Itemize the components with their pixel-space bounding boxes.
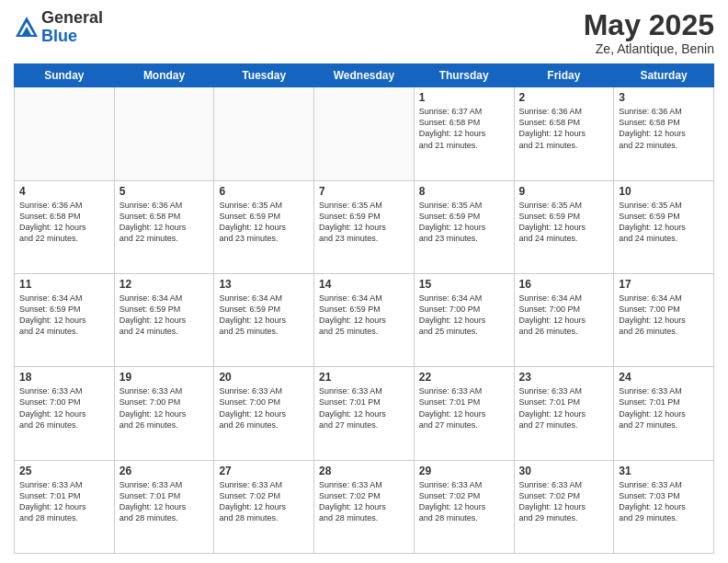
calendar-cell: 22Sunrise: 6:33 AM Sunset: 7:01 PM Dayli… xyxy=(414,367,514,460)
calendar-cell: 1Sunrise: 6:37 AM Sunset: 6:58 PM Daylig… xyxy=(414,87,514,180)
logo: General Blue xyxy=(14,9,103,46)
day-number: 29 xyxy=(419,465,509,477)
calendar-cell xyxy=(314,87,415,180)
day-info: Sunrise: 6:35 AM Sunset: 6:59 PM Dayligh… xyxy=(219,200,309,245)
day-of-week-header: Sunday xyxy=(15,64,115,87)
day-info: Sunrise: 6:35 AM Sunset: 6:59 PM Dayligh… xyxy=(519,200,609,245)
day-info: Sunrise: 6:33 AM Sunset: 7:01 PM Dayligh… xyxy=(319,385,409,431)
calendar-week-row: 25Sunrise: 6:33 AM Sunset: 7:01 PM Dayli… xyxy=(15,460,714,553)
day-number: 13 xyxy=(219,278,309,291)
day-number: 6 xyxy=(219,185,309,198)
day-info: Sunrise: 6:35 AM Sunset: 6:59 PM Dayligh… xyxy=(419,200,509,245)
day-info: Sunrise: 6:33 AM Sunset: 7:01 PM Dayligh… xyxy=(419,385,509,431)
calendar-cell: 16Sunrise: 6:34 AM Sunset: 7:00 PM Dayli… xyxy=(514,273,614,366)
day-of-week-header: Tuesday xyxy=(214,64,314,87)
calendar-cell: 3Sunrise: 6:36 AM Sunset: 6:58 PM Daylig… xyxy=(614,87,714,180)
day-info: Sunrise: 6:33 AM Sunset: 7:00 PM Dayligh… xyxy=(119,385,210,431)
calendar-cell: 25Sunrise: 6:33 AM Sunset: 7:01 PM Dayli… xyxy=(15,460,115,553)
calendar-cell: 2Sunrise: 6:36 AM Sunset: 6:58 PM Daylig… xyxy=(514,87,614,180)
calendar-header: SundayMondayTuesdayWednesdayThursdayFrid… xyxy=(15,64,714,87)
day-number: 5 xyxy=(119,185,210,198)
day-info: Sunrise: 6:37 AM Sunset: 6:58 PM Dayligh… xyxy=(419,106,509,151)
day-info: Sunrise: 6:33 AM Sunset: 7:02 PM Dayligh… xyxy=(219,479,309,524)
day-number: 17 xyxy=(619,278,709,291)
calendar-cell: 21Sunrise: 6:33 AM Sunset: 7:01 PM Dayli… xyxy=(314,367,415,460)
day-info: Sunrise: 6:34 AM Sunset: 6:59 PM Dayligh… xyxy=(319,293,409,338)
logo-icon xyxy=(14,15,40,40)
calendar-cell: 9Sunrise: 6:35 AM Sunset: 6:59 PM Daylig… xyxy=(514,180,614,273)
calendar-cell xyxy=(114,87,214,180)
day-info: Sunrise: 6:36 AM Sunset: 6:58 PM Dayligh… xyxy=(619,106,709,151)
day-info: Sunrise: 6:34 AM Sunset: 7:00 PM Dayligh… xyxy=(519,293,609,338)
day-number: 26 xyxy=(119,465,210,477)
day-of-week-header: Friday xyxy=(514,64,614,87)
calendar-cell: 27Sunrise: 6:33 AM Sunset: 7:02 PM Dayli… xyxy=(214,460,314,553)
day-number: 27 xyxy=(219,465,309,477)
day-info: Sunrise: 6:36 AM Sunset: 6:58 PM Dayligh… xyxy=(519,106,609,151)
day-number: 15 xyxy=(419,278,509,291)
day-of-week-header: Monday xyxy=(114,64,214,87)
title-block: May 2025 Ze, Atlantique, Benin xyxy=(584,9,714,56)
day-number: 25 xyxy=(19,465,109,477)
calendar-week-row: 1Sunrise: 6:37 AM Sunset: 6:58 PM Daylig… xyxy=(15,87,714,180)
day-info: Sunrise: 6:36 AM Sunset: 6:58 PM Dayligh… xyxy=(119,200,210,245)
calendar-cell: 26Sunrise: 6:33 AM Sunset: 7:01 PM Dayli… xyxy=(114,460,214,553)
day-info: Sunrise: 6:34 AM Sunset: 7:00 PM Dayligh… xyxy=(619,293,709,338)
calendar-cell: 12Sunrise: 6:34 AM Sunset: 6:59 PM Dayli… xyxy=(114,273,214,366)
day-number: 8 xyxy=(419,185,509,198)
header-row: SundayMondayTuesdayWednesdayThursdayFrid… xyxy=(15,64,714,87)
calendar-cell: 10Sunrise: 6:35 AM Sunset: 6:59 PM Dayli… xyxy=(614,180,714,273)
calendar-cell: 19Sunrise: 6:33 AM Sunset: 7:00 PM Dayli… xyxy=(114,367,214,460)
day-number: 3 xyxy=(619,91,709,104)
day-number: 4 xyxy=(19,185,109,198)
calendar-cell: 23Sunrise: 6:33 AM Sunset: 7:01 PM Dayli… xyxy=(514,367,614,460)
day-info: Sunrise: 6:33 AM Sunset: 7:01 PM Dayligh… xyxy=(519,385,609,431)
day-number: 20 xyxy=(219,371,309,384)
calendar-cell: 18Sunrise: 6:33 AM Sunset: 7:00 PM Dayli… xyxy=(15,367,115,460)
day-number: 18 xyxy=(19,371,109,384)
day-number: 10 xyxy=(619,185,709,198)
calendar-cell: 30Sunrise: 6:33 AM Sunset: 7:02 PM Dayli… xyxy=(514,460,614,553)
day-number: 1 xyxy=(419,91,509,104)
day-number: 28 xyxy=(319,465,409,477)
calendar-cell: 11Sunrise: 6:34 AM Sunset: 6:59 PM Dayli… xyxy=(15,273,115,366)
calendar-cell: 28Sunrise: 6:33 AM Sunset: 7:02 PM Dayli… xyxy=(314,460,415,553)
day-number: 31 xyxy=(619,465,709,477)
day-number: 7 xyxy=(319,185,409,198)
day-number: 24 xyxy=(619,371,709,384)
day-info: Sunrise: 6:36 AM Sunset: 6:58 PM Dayligh… xyxy=(19,200,109,245)
day-info: Sunrise: 6:35 AM Sunset: 6:59 PM Dayligh… xyxy=(319,200,409,245)
logo-blue: Blue xyxy=(41,27,77,45)
calendar-cell: 24Sunrise: 6:33 AM Sunset: 7:01 PM Dayli… xyxy=(614,367,714,460)
calendar-cell: 8Sunrise: 6:35 AM Sunset: 6:59 PM Daylig… xyxy=(414,180,514,273)
day-number: 12 xyxy=(119,278,210,291)
day-info: Sunrise: 6:33 AM Sunset: 7:02 PM Dayligh… xyxy=(319,479,409,524)
day-of-week-header: Saturday xyxy=(614,64,714,87)
day-info: Sunrise: 6:33 AM Sunset: 7:01 PM Dayligh… xyxy=(619,385,709,431)
day-number: 22 xyxy=(419,371,509,384)
calendar-cell: 13Sunrise: 6:34 AM Sunset: 6:59 PM Dayli… xyxy=(214,273,314,366)
calendar-cell xyxy=(15,87,115,180)
day-info: Sunrise: 6:33 AM Sunset: 7:02 PM Dayligh… xyxy=(419,479,509,524)
month-title: May 2025 xyxy=(584,9,714,41)
calendar-cell: 31Sunrise: 6:33 AM Sunset: 7:03 PM Dayli… xyxy=(614,460,714,553)
day-of-week-header: Thursday xyxy=(414,64,514,87)
day-info: Sunrise: 6:35 AM Sunset: 6:59 PM Dayligh… xyxy=(619,200,709,245)
day-info: Sunrise: 6:33 AM Sunset: 7:02 PM Dayligh… xyxy=(519,479,609,524)
calendar-cell: 17Sunrise: 6:34 AM Sunset: 7:00 PM Dayli… xyxy=(614,273,714,366)
calendar-cell: 29Sunrise: 6:33 AM Sunset: 7:02 PM Dayli… xyxy=(414,460,514,553)
day-number: 11 xyxy=(19,278,109,291)
calendar-cell: 20Sunrise: 6:33 AM Sunset: 7:00 PM Dayli… xyxy=(214,367,314,460)
day-info: Sunrise: 6:34 AM Sunset: 7:00 PM Dayligh… xyxy=(419,293,509,338)
day-info: Sunrise: 6:33 AM Sunset: 7:01 PM Dayligh… xyxy=(119,479,210,524)
calendar-cell: 5Sunrise: 6:36 AM Sunset: 6:58 PM Daylig… xyxy=(114,180,214,273)
day-number: 30 xyxy=(519,465,609,477)
logo-general: General xyxy=(41,8,103,27)
day-of-week-header: Wednesday xyxy=(314,64,415,87)
day-number: 16 xyxy=(519,278,609,291)
day-info: Sunrise: 6:34 AM Sunset: 6:59 PM Dayligh… xyxy=(19,293,109,338)
calendar-cell: 14Sunrise: 6:34 AM Sunset: 6:59 PM Dayli… xyxy=(314,273,415,366)
day-number: 9 xyxy=(519,185,609,198)
calendar-cell: 4Sunrise: 6:36 AM Sunset: 6:58 PM Daylig… xyxy=(15,180,115,273)
day-number: 14 xyxy=(319,278,409,291)
